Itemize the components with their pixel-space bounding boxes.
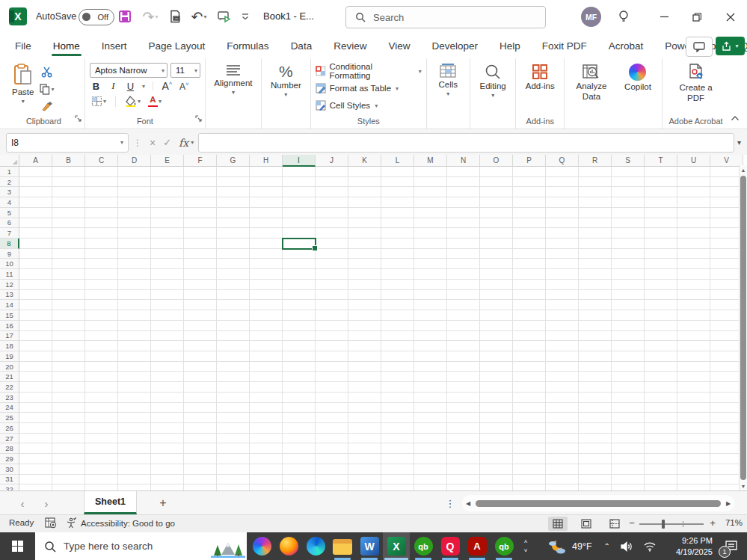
row-header-29[interactable]: 29 — [0, 454, 19, 464]
column-header-E[interactable]: E — [151, 155, 184, 167]
row-header-23[interactable]: 23 — [0, 393, 19, 403]
row-header-27[interactable]: 27 — [0, 434, 19, 444]
row-header-9[interactable]: 9 — [0, 249, 19, 259]
horizontal-scrollbar-thumb[interactable] — [476, 500, 721, 507]
row-header-31[interactable]: 31 — [0, 475, 19, 485]
taskbar-app-edge[interactable] — [302, 532, 329, 560]
row-header-8[interactable]: 8 — [0, 239, 19, 249]
row-header-19[interactable]: 19 — [0, 351, 19, 362]
notification-button[interactable]: 1 — [722, 537, 741, 556]
sheet-nav-right-icon[interactable]: › — [37, 494, 55, 512]
copilot-button[interactable]: Copilot — [618, 61, 657, 93]
close-button[interactable] — [713, 0, 747, 34]
row-header-18[interactable]: 18 — [0, 341, 19, 351]
format-painter-button[interactable] — [38, 99, 55, 114]
alignment-button[interactable]: Alignment ▾ — [209, 61, 256, 98]
increase-font-button[interactable]: A˄ — [161, 80, 173, 92]
taskbar-app-quickbooks[interactable]: qb — [410, 532, 437, 560]
cells-button[interactable]: Cells ▾ — [434, 61, 463, 99]
clock[interactable]: 9:26 PM 4/19/2025 — [666, 535, 713, 558]
macros-button[interactable] — [215, 7, 233, 25]
column-header-K[interactable]: K — [348, 155, 381, 167]
taskbar-search[interactable]: Type here to search — [35, 532, 247, 560]
addins-button[interactable]: Add-ins — [521, 61, 559, 93]
column-header-H[interactable]: H — [250, 155, 283, 167]
zoom-slider[interactable] — [639, 523, 704, 525]
row-header-11[interactable]: 11 — [0, 269, 19, 280]
tab-review[interactable]: Review — [332, 36, 368, 57]
paste-button[interactable]: Paste ▾ — [7, 61, 38, 107]
font-name-select[interactable]: Aptos Narrow ▾ — [90, 63, 167, 78]
fill-handle[interactable] — [312, 245, 318, 251]
row-header-16[interactable]: 16 — [0, 321, 19, 331]
row-header-2[interactable]: 2 — [0, 177, 19, 188]
start-button[interactable] — [0, 532, 35, 560]
editing-button[interactable]: Editing ▾ — [476, 61, 511, 101]
vertical-scrollbar[interactable]: ▲ ▼ — [739, 165, 747, 490]
italic-button[interactable]: I — [107, 80, 120, 92]
network-button[interactable] — [643, 541, 657, 552]
taskbar-app-firefox[interactable] — [275, 532, 302, 560]
sheet-nav-left-icon[interactable]: ‹ — [13, 494, 31, 512]
qat-overflow-button[interactable] — [236, 7, 254, 25]
vertical-scrollbar-thumb[interactable] — [740, 176, 746, 480]
row-header-7[interactable]: 7 — [0, 228, 19, 239]
create-pdf-button[interactable]: Create a PDF — [667, 61, 725, 106]
weather-widget[interactable]: 49°F — [547, 538, 592, 555]
underline-button[interactable]: U — [124, 81, 137, 92]
view-page-layout-button[interactable] — [577, 517, 596, 531]
row-header-5[interactable]: 5 — [0, 208, 19, 218]
decrease-font-button[interactable]: A˅ — [178, 81, 191, 92]
horizontal-scrollbar[interactable]: ◀ ▶ — [462, 495, 734, 511]
redo-button[interactable]: ↷ ▾ — [138, 7, 162, 25]
fill-color-button[interactable]: ▾ — [123, 94, 142, 108]
overflow-up-icon[interactable]: ˄ — [524, 538, 528, 545]
column-header-R[interactable]: R — [579, 155, 612, 167]
column-header-P[interactable]: P — [513, 155, 546, 167]
tab-file[interactable]: File — [13, 36, 33, 57]
column-header-S[interactable]: S — [612, 155, 645, 167]
cut-button[interactable] — [38, 65, 55, 79]
tab-formulas[interactable]: Formulas — [225, 36, 270, 57]
row-header-3[interactable]: 3 — [0, 187, 19, 197]
tab-developer[interactable]: Developer — [430, 36, 479, 57]
tab-foxit-pdf[interactable]: Foxit PDF — [541, 36, 588, 57]
select-all-corner[interactable]: ◢ — [0, 155, 19, 167]
format-as-table-button[interactable]: Format as Table ▾ — [316, 81, 399, 96]
row-header-20[interactable]: 20 — [0, 362, 19, 372]
row-header-15[interactable]: 15 — [0, 310, 19, 321]
analyze-data-button[interactable]: Analyze Data — [569, 61, 614, 105]
cancel-icon[interactable]: × — [150, 137, 156, 149]
bold-button[interactable]: B — [90, 81, 102, 92]
column-header-J[interactable]: J — [316, 155, 348, 167]
taskbar-app-acrobat[interactable]: A — [464, 532, 491, 560]
borders-button[interactable]: ▾ — [90, 94, 108, 108]
font-color-button[interactable]: A ▾ — [147, 94, 163, 108]
insert-function-button[interactable]: fx ▾ — [179, 137, 194, 149]
row-header-10[interactable]: 10 — [0, 259, 19, 269]
minimize-button[interactable] — [648, 0, 680, 34]
column-header-B[interactable]: B — [52, 155, 85, 167]
taskbar-app-quicken[interactable]: Q — [437, 532, 464, 560]
zoom-level[interactable]: 71% — [720, 518, 743, 527]
row-header-21[interactable]: 21 — [0, 372, 19, 382]
row-header-25[interactable]: 25 — [0, 413, 19, 423]
row-header-4[interactable]: 4 — [0, 197, 19, 208]
avatar[interactable]: MF — [581, 7, 601, 27]
column-header-G[interactable]: G — [217, 155, 250, 167]
ribbon-collapse-button[interactable] — [731, 111, 740, 124]
comment-button[interactable] — [686, 37, 713, 57]
clipboard-dialog-launcher[interactable] — [75, 111, 82, 125]
taskbar-app-word[interactable]: W — [356, 532, 383, 560]
cells-area[interactable] — [19, 167, 740, 490]
tab-view[interactable]: View — [387, 36, 411, 57]
cell-styles-button[interactable]: Cell Styles ▾ — [316, 98, 378, 113]
copy-button[interactable]: ▾ — [38, 82, 55, 96]
column-header-T[interactable]: T — [645, 155, 677, 167]
tab-page-layout[interactable]: Page Layout — [147, 36, 207, 57]
row-header-26[interactable]: 26 — [0, 423, 19, 434]
row-header-13[interactable]: 13 — [0, 290, 19, 301]
column-header-L[interactable]: L — [381, 155, 414, 167]
column-header-C[interactable]: C — [85, 155, 118, 167]
overflow-down-icon[interactable]: ˅ — [524, 547, 528, 554]
